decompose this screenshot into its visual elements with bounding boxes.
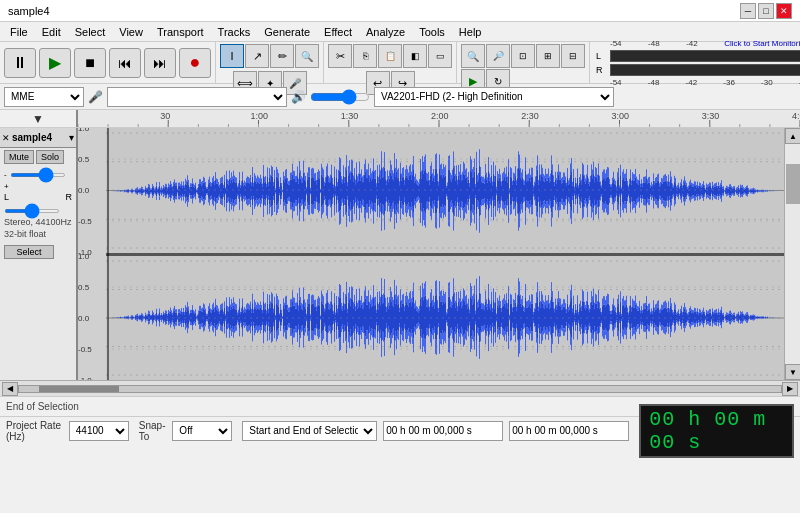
vu-scale-label: -48 (648, 39, 660, 48)
vu-scale-label: -42 (686, 39, 698, 48)
titlebar: sample4 ─ □ ✕ (0, 0, 800, 22)
zoom-out-button[interactable]: 🔎 (486, 44, 510, 68)
project-rate-label: Project Rate (Hz) (6, 420, 63, 442)
paste-button[interactable]: 📋 (378, 44, 402, 68)
gain-slider[interactable] (10, 173, 66, 177)
selection-type-select[interactable]: Start and End of Selection (242, 421, 377, 441)
track-close-btn[interactable]: ✕ (2, 133, 10, 143)
device-row: MME DirectSound WASAPI 🎤 🔊 VA2201-FHD (2… (0, 84, 800, 110)
stop-button[interactable]: ■ (74, 48, 106, 78)
menu-select[interactable]: Select (69, 25, 112, 39)
record-button[interactable]: ● (179, 48, 211, 78)
track-name: sample4 (12, 132, 69, 143)
track-info: Stereo, 44100Hz32-bit float (0, 216, 76, 241)
horizontal-scrollbar: ◀ ▶ (0, 380, 800, 396)
menu-generate[interactable]: Generate (258, 25, 316, 39)
volume-slider[interactable] (310, 89, 370, 105)
input-device-select[interactable] (107, 87, 287, 107)
cut-button[interactable]: ✂ (328, 44, 352, 68)
zoom-in-button[interactable]: 🔍 (461, 44, 485, 68)
vu-r-label: R (596, 65, 608, 75)
ffwd-button[interactable]: ⏭ (144, 48, 176, 78)
host-select[interactable]: MME DirectSound WASAPI (4, 87, 84, 107)
waveform-canvas[interactable] (78, 128, 784, 380)
vu-scale2: -36 (723, 78, 735, 87)
hscroll-thumb[interactable] (39, 386, 119, 392)
menu-effect[interactable]: Effect (318, 25, 358, 39)
copy-button[interactable]: ⎘ (353, 44, 377, 68)
end-time-input[interactable] (509, 421, 629, 441)
snap-to-label: Snap-To (139, 420, 167, 442)
zoom-fit-button[interactable]: ⊞ (536, 44, 560, 68)
vscroll-down-btn[interactable]: ▼ (785, 364, 800, 380)
minimize-button[interactable]: ─ (740, 3, 756, 19)
status-text: End of Selection (6, 401, 79, 412)
r-label: R (66, 192, 73, 202)
mic-icon: 🎤 (88, 90, 103, 104)
zoom-tool-btn[interactable]: 🔍 (295, 44, 319, 68)
pan-slider[interactable] (4, 209, 60, 213)
zoom-def-button[interactable]: ⊟ (561, 44, 585, 68)
solo-button[interactable]: Solo (36, 150, 64, 164)
track-section: ✕ sample4 ▾ Mute Solo - + L R Stereo, 44… (0, 128, 800, 380)
vscroll-track[interactable] (785, 144, 800, 364)
time-display: 00 h 00 m 00 s (639, 404, 794, 458)
menu-analyze[interactable]: Analyze (360, 25, 411, 39)
hscroll-right-btn[interactable]: ▶ (782, 382, 798, 396)
draw-tool[interactable]: ✏ (270, 44, 294, 68)
play-button[interactable]: ▶ (39, 48, 71, 78)
rewind-button[interactable]: ⏮ (109, 48, 141, 78)
timeline-scale (78, 110, 800, 128)
menu-tracks[interactable]: Tracks (212, 25, 257, 39)
silence-button[interactable]: ▭ (428, 44, 452, 68)
mute-button[interactable]: Mute (4, 150, 34, 164)
timeline-ruler: ▼ (0, 110, 800, 128)
select-tool[interactable]: I (220, 44, 244, 68)
vertical-scrollbar: ▲ ▼ (784, 128, 800, 380)
zoom-section: 🔍 🔎 ⊡ ⊞ ⊟ ▶ ↻ (457, 42, 590, 83)
close-button[interactable]: ✕ (776, 3, 792, 19)
transport-toolbar: ⏸ ▶ ■ ⏮ ⏭ ● I ↗ ✏ 🔍 ⟺ ✦ 🎤 ✂ ⎘ 📋 ◧ ▭ ↩ (0, 42, 800, 84)
pause-button[interactable]: ⏸ (4, 48, 36, 78)
window-controls: ─ □ ✕ (740, 3, 792, 19)
gain-max-label: + (4, 182, 9, 191)
vu-r-meter[interactable] (610, 64, 800, 76)
snap-to-select[interactable]: Off On (172, 421, 232, 441)
menu-file[interactable]: File (4, 25, 34, 39)
volume-icon: 🔊 (291, 90, 306, 104)
track-menu-btn[interactable]: ▾ (69, 132, 74, 143)
menu-view[interactable]: View (113, 25, 149, 39)
waveform-area (78, 128, 784, 380)
track-header: ✕ sample4 ▾ (0, 128, 76, 148)
bottom-toolbar: Project Rate (Hz) 44100 Snap-To Off On S… (0, 416, 800, 444)
vu-scale-label: -54 (610, 39, 622, 48)
zoom-sel-button[interactable]: ⊡ (511, 44, 535, 68)
vu-scale2: -48 (648, 78, 660, 87)
project-rate-select[interactable]: 44100 (69, 421, 129, 441)
vu-scale2: -30 (761, 78, 773, 87)
vu-l-meter[interactable] (610, 50, 800, 62)
start-time-input[interactable] (383, 421, 503, 441)
edit-section: ✂ ⎘ 📋 ◧ ▭ ↩ ↪ (324, 42, 457, 83)
gain-label: - (4, 170, 7, 179)
menu-transport[interactable]: Transport (151, 25, 210, 39)
timeline-arrow: ▼ (32, 112, 44, 126)
vu-scale-label: Click to Start Monitoring (724, 39, 800, 48)
vscroll-up-btn[interactable]: ▲ (785, 128, 800, 144)
menu-help[interactable]: Help (453, 25, 488, 39)
maximize-button[interactable]: □ (758, 3, 774, 19)
menu-edit[interactable]: Edit (36, 25, 67, 39)
vscroll-thumb[interactable] (786, 164, 800, 204)
l-label: L (4, 192, 9, 202)
menu-tools[interactable]: Tools (413, 25, 451, 39)
tools-section: I ↗ ✏ 🔍 ⟺ ✦ 🎤 (216, 42, 324, 83)
transport-controls: ⏸ ▶ ■ ⏮ ⏭ ● (0, 42, 216, 83)
vu-scale2: -54 (610, 78, 622, 87)
envelope-tool[interactable]: ↗ (245, 44, 269, 68)
output-device-select[interactable]: VA2201-FHD (2- High Definition (374, 87, 614, 107)
select-button[interactable]: Select (4, 245, 54, 259)
hscroll-left-btn[interactable]: ◀ (2, 382, 18, 396)
hscroll-track[interactable] (18, 385, 782, 393)
trim-button[interactable]: ◧ (403, 44, 427, 68)
monitor-area: -54 -48 -42 Click to Start Monitoring -1… (590, 42, 800, 83)
